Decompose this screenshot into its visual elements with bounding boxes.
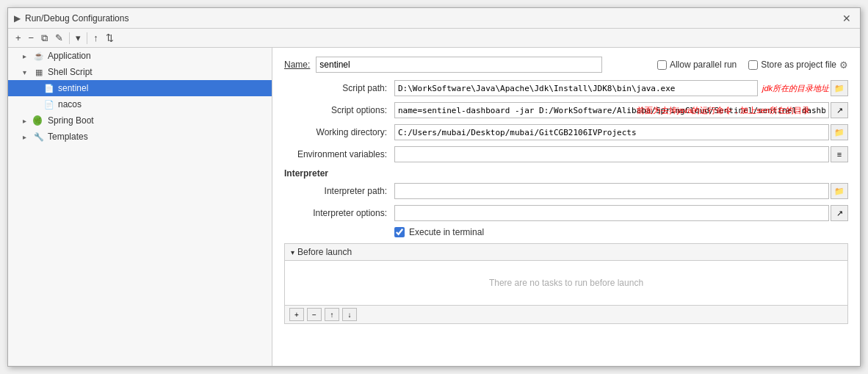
working-directory-label: Working directory: — [284, 127, 394, 137]
interpreter-path-input[interactable] — [394, 183, 829, 199]
sidebar-item-application[interactable]: ▸ ☕ Application — [8, 48, 272, 64]
edit-button[interactable]: ✎ — [52, 31, 66, 45]
before-launch-header: ▾ Before launch — [285, 244, 847, 261]
arrow-templates: ▸ — [23, 133, 33, 141]
sort-button[interactable]: ⇅ — [103, 31, 117, 45]
sidebar-item-spring-boot[interactable]: ▸ 🌿 Spring Boot — [8, 112, 272, 129]
script-options-row: Script options: 前面为去掉java的运行命令，加上sen所在的目… — [284, 102, 848, 118]
interpreter-options-label: Interpreter options: — [284, 208, 394, 218]
before-launch-label: Before launch — [297, 247, 352, 257]
script-options-annotation: 前面为去掉java的运行命令，加上sen所在的目录 — [637, 105, 810, 116]
sidebar-item-nacos[interactable]: 📄 nacos — [8, 96, 272, 112]
name-input[interactable] — [316, 57, 602, 73]
sidebar-item-sentinel[interactable]: 📄 sentinel — [8, 80, 272, 96]
store-as-project-checkbox[interactable] — [748, 60, 758, 70]
before-launch-down-btn[interactable]: ↓ — [342, 308, 357, 321]
script-path-container: jdk所在的目录地址 — [394, 80, 829, 96]
interpreter-options-input[interactable] — [394, 205, 829, 221]
sidebar-label-nacos: nacos — [58, 99, 82, 109]
before-launch-add-btn[interactable]: + — [289, 308, 304, 321]
allow-parallel-label: Allow parallel run — [670, 60, 737, 70]
before-launch-toolbar: + − ↑ ↓ — [285, 305, 847, 323]
main-window: ▶ Run/Debug Configurations ✕ + − ⧉ ✎ ▾ ↑… — [7, 7, 861, 367]
window-icon: ▶ — [14, 13, 21, 24]
script-path-input[interactable] — [394, 80, 758, 96]
script-options-expand-btn[interactable]: ↗ — [831, 102, 848, 118]
shell-script-icon: ▦ — [33, 66, 45, 78]
title-bar-left: ▶ Run/Debug Configurations — [14, 13, 129, 24]
nacos-file-icon: 📄 — [43, 98, 55, 110]
copy-button[interactable]: ⧉ — [38, 31, 51, 46]
working-directory-input[interactable] — [394, 124, 829, 140]
working-directory-row: Working directory: 📁 — [284, 124, 848, 140]
remove-button[interactable]: − — [26, 31, 37, 45]
sidebar: ▸ ☕ Application ▾ ▦ Shell Script 📄 senti… — [8, 48, 272, 366]
allow-parallel-option: Allow parallel run — [657, 60, 737, 70]
store-gear-icon[interactable]: ⚙ — [839, 60, 848, 71]
arrow-application: ▸ — [23, 52, 33, 60]
before-launch-section: ▾ Before launch There are no tasks to ru… — [284, 243, 848, 324]
before-launch-empty-text: There are no tasks to run before launch — [489, 278, 643, 288]
interpreter-path-browse-btn[interactable]: 📁 — [831, 183, 848, 199]
window-title: Run/Debug Configurations — [25, 13, 129, 24]
env-variables-row: Environment variables: ≡ — [284, 146, 848, 162]
close-button[interactable]: ✕ — [839, 12, 854, 24]
env-variables-label: Environment variables: — [284, 149, 394, 159]
toolbar: + − ⧉ ✎ ▾ ↑ ⇅ — [8, 29, 860, 48]
interpreter-options-expand-btn[interactable]: ↗ — [831, 205, 848, 221]
arrow-spring-boot: ▸ — [23, 117, 33, 125]
sidebar-item-shell-script[interactable]: ▾ ▦ Shell Script — [8, 64, 272, 80]
execute-in-terminal-checkbox[interactable] — [394, 227, 405, 237]
before-launch-remove-btn[interactable]: − — [307, 308, 322, 321]
header-options: Allow parallel run Store as project file… — [657, 60, 848, 71]
store-as-project-option: Store as project file ⚙ — [748, 60, 848, 71]
script-path-browse-btn[interactable]: 📁 — [831, 80, 848, 96]
main-panel: Name: Allow parallel run Store as projec… — [272, 48, 860, 366]
script-path-row: Script path: jdk所在的目录地址 📁 — [284, 80, 848, 96]
before-launch-up-btn[interactable]: ↑ — [325, 308, 339, 321]
script-options-container: 前面为去掉java的运行命令，加上sen所在的目录 — [394, 102, 829, 118]
sentinel-file-icon: 📄 — [43, 82, 55, 94]
move-up-button[interactable]: ↑ — [90, 31, 101, 45]
execute-in-terminal-label: Execute in terminal — [409, 227, 484, 237]
content-area: ▸ ☕ Application ▾ ▦ Shell Script 📄 senti… — [8, 48, 860, 366]
sidebar-label-application: Application — [48, 51, 91, 61]
name-row: Name: Allow parallel run Store as projec… — [284, 57, 848, 73]
interpreter-section-label: Interpreter — [284, 168, 848, 179]
script-path-label: Script path: — [284, 83, 394, 93]
title-bar: ▶ Run/Debug Configurations ✕ — [8, 8, 860, 29]
store-as-project-label: Store as project file — [761, 60, 836, 70]
interpreter-options-row: Interpreter options: ↗ — [284, 205, 848, 221]
env-variables-browse-btn[interactable]: ≡ — [831, 146, 848, 162]
before-launch-arrow[interactable]: ▾ — [291, 248, 294, 256]
interpreter-path-label: Interpreter path: — [284, 186, 394, 196]
dropdown-button[interactable]: ▾ — [73, 31, 84, 45]
spring-boot-icon: 🌿 — [33, 115, 45, 126]
sidebar-label-shell-script: Shell Script — [48, 67, 93, 77]
toolbar-sep2 — [87, 32, 87, 44]
interpreter-section: Interpreter Interpreter path: 📁 Interpre… — [284, 168, 848, 237]
name-label: Name: — [284, 60, 310, 70]
sidebar-label-sentinel: sentinel — [58, 83, 88, 93]
script-path-annotation: jdk所在的目录地址 — [762, 83, 829, 94]
working-directory-browse-btn[interactable]: 📁 — [831, 124, 848, 140]
templates-icon: 🔧 — [33, 131, 45, 143]
sidebar-label-spring-boot: Spring Boot — [48, 115, 94, 126]
add-button[interactable]: + — [12, 31, 24, 45]
script-options-label: Script options: — [284, 105, 394, 115]
sidebar-item-templates[interactable]: ▸ 🔧 Templates — [8, 129, 272, 145]
execute-in-terminal-row: Execute in terminal — [284, 227, 848, 237]
toolbar-sep1 — [69, 32, 70, 44]
env-variables-input[interactable] — [394, 146, 829, 162]
before-launch-body: There are no tasks to run before launch — [285, 261, 847, 305]
application-icon: ☕ — [33, 50, 45, 62]
arrow-shell-script: ▾ — [23, 68, 33, 76]
sidebar-label-templates: Templates — [48, 132, 88, 142]
interpreter-path-row: Interpreter path: 📁 — [284, 183, 848, 199]
allow-parallel-checkbox[interactable] — [657, 60, 667, 70]
